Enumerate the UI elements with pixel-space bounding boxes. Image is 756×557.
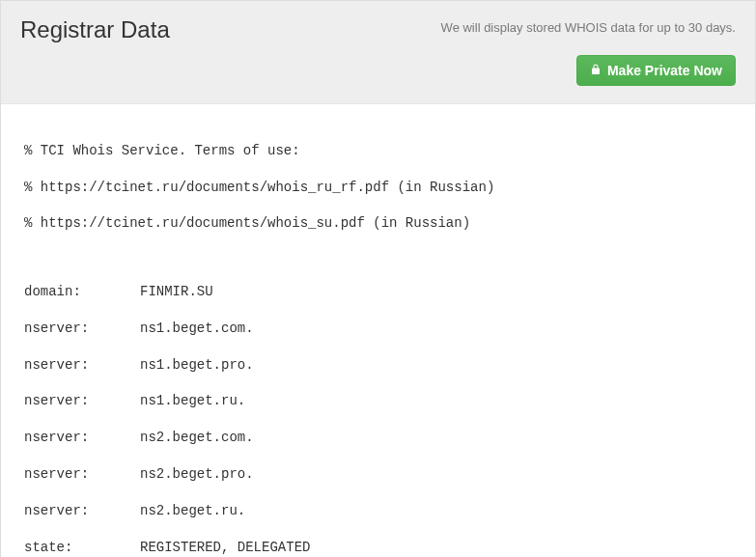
retention-notice: We will display stored WHOIS data for up… [441,20,736,35]
terms-line: % https://tcinet.ru/documents/whois_ru_r… [24,179,732,197]
field-value-nserver: ns2.beget.com. [140,430,254,445]
field-row: nserver:ns2.beget.ru. [24,502,732,520]
field-row: nserver:ns2.beget.com. [24,429,732,447]
field-value-nserver: ns1.beget.pro. [140,357,254,373]
field-row: nserver:ns1.beget.pro. [24,356,732,375]
terms-line: % https://tcinet.ru/documents/whois_su.p… [24,214,732,233]
whois-output: % TCI Whois Service. Terms of use: % htt… [1,104,755,557]
page-title: Registrar Data [20,16,170,43]
field-label-nserver: nserver: [24,502,140,520]
field-value-domain: FINMIR.SU [140,284,213,299]
lock-icon [590,63,602,78]
header: Registrar Data We will display stored WH… [1,1,755,104]
field-label-state: state: [24,539,140,557]
field-value-state: REGISTERED, DELEGATED [140,540,310,555]
field-row: domain:FINMIR.SU [24,283,732,301]
header-row: Registrar Data We will display stored WH… [20,16,736,43]
field-value-nserver: ns1.beget.com. [140,320,254,336]
spacer [24,251,732,265]
field-row: nserver:ns2.beget.pro. [24,465,732,484]
field-row: nserver:ns1.beget.ru. [24,392,732,410]
field-label-nserver: nserver: [24,320,140,338]
field-value-nserver: ns2.beget.ru. [140,503,245,518]
field-value-nserver: ns2.beget.pro. [140,466,254,482]
field-label-nserver: nserver: [24,356,140,375]
field-label-domain: domain: [24,283,140,301]
field-label-nserver: nserver: [24,392,140,410]
whois-panel: Registrar Data We will display stored WH… [0,0,756,557]
make-private-button[interactable]: Make Private Now [576,55,736,86]
button-row: Make Private Now [20,55,736,86]
field-row: state:REGISTERED, DELEGATED [24,539,732,557]
field-value-nserver: ns1.beget.ru. [140,393,245,408]
field-label-nserver: nserver: [24,429,140,447]
field-row: nserver:ns1.beget.com. [24,320,732,338]
field-label-nserver: nserver: [24,465,140,484]
make-private-label: Make Private Now [607,63,722,78]
terms-line: % TCI Whois Service. Terms of use: [24,142,732,160]
